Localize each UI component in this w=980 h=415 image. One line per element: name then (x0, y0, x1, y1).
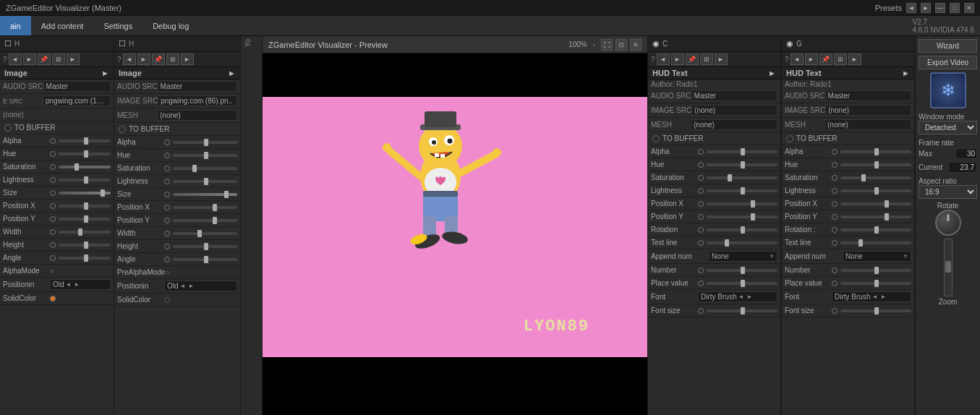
preview-popout-btn[interactable]: ⊡ (615, 39, 627, 51)
second-audio-value[interactable]: Master (158, 81, 237, 92)
hud1-font-prev[interactable]: ◄ (736, 294, 745, 300)
tab-debug-log[interactable]: Debug log (142, 16, 199, 35)
left-saturation-slider[interactable] (59, 166, 111, 168)
snowflake-button[interactable]: ❄ (930, 72, 966, 108)
hud2-rotation-slider[interactable] (840, 228, 911, 231)
left-toolbar-copy[interactable]: ⊞ (52, 54, 65, 65)
left-width-slider[interactable] (59, 231, 111, 234)
second-toolbar-copy[interactable]: ⊞ (166, 54, 179, 65)
second-posy-slider[interactable] (173, 219, 237, 222)
max-value-input[interactable] (955, 148, 977, 159)
wizard-button[interactable]: Wizard (919, 39, 977, 53)
left-positionin-prev[interactable]: ◄ (64, 281, 73, 288)
second-height-slider[interactable] (173, 245, 237, 248)
hud1-section-expand[interactable]: ► (768, 69, 776, 77)
hud2-placevalue-slider[interactable] (840, 282, 911, 285)
second-imgsrc-value[interactable]: pngwing.com (86).pn.. (158, 95, 237, 106)
left-esrc-value[interactable]: pngwing.com (152).p.. (43, 95, 111, 106)
preview-zoom-minus[interactable]: - (593, 40, 595, 48)
hud2-to-buffer[interactable]: TO BUFFER (782, 132, 914, 145)
hud1-expand[interactable]: ► (715, 54, 728, 65)
hud2-number-slider[interactable] (840, 269, 911, 272)
second-positionin-next[interactable]: ► (187, 283, 195, 289)
hud2-imgsrc-value[interactable]: (none) (825, 105, 911, 116)
preview-close-btn[interactable]: ✕ (630, 39, 642, 51)
second-posx-slider[interactable] (173, 206, 237, 209)
hud1-toolbar-prev[interactable]: ◄ (657, 54, 670, 65)
hud2-mesh-value[interactable]: (none) (825, 119, 911, 130)
second-sat-slider[interactable] (173, 167, 237, 170)
left-expand[interactable]: ► (67, 54, 80, 65)
left-to-buffer[interactable]: TO BUFFER (0, 121, 114, 134)
hud1-toolbar-next[interactable]: ► (671, 54, 684, 65)
second-hue-slider[interactable] (173, 154, 237, 157)
hud2-font-dropdown[interactable]: Dirty Brush ◄ ► (832, 291, 911, 302)
second-toolbar-pin[interactable]: 📌 (152, 54, 165, 65)
hud2-alpha-slider[interactable] (840, 150, 911, 153)
hud1-textline-slider[interactable] (707, 241, 777, 244)
hud1-posy-slider[interactable] (707, 215, 777, 218)
window-mode-select[interactable]: Detached (919, 121, 977, 134)
hud2-font-next[interactable]: ► (879, 294, 887, 300)
left-height-slider[interactable] (59, 244, 111, 247)
hud1-font-dropdown[interactable]: Dirty Brush ◄ ► (698, 291, 777, 302)
hud1-toolbar-copy[interactable]: ⊞ (700, 54, 713, 65)
export-video-button[interactable]: Export Video (919, 56, 977, 69)
second-width-slider[interactable] (173, 232, 237, 235)
left-toolbar-pin[interactable]: 📌 (38, 54, 51, 65)
hud1-imgsrc-value[interactable]: (none) (691, 105, 777, 116)
hud1-hue-slider[interactable] (707, 163, 777, 166)
hud2-hue-slider[interactable] (840, 163, 911, 166)
hud1-font-next[interactable]: ► (745, 294, 754, 300)
hud1-appendnum-dropdown[interactable]: None ▼ (709, 251, 777, 262)
rotate-knob[interactable] (935, 210, 961, 236)
hud1-number-slider[interactable] (707, 269, 777, 272)
hud2-toolbar-pin[interactable]: 📌 (819, 54, 832, 65)
hud2-fontsize-slider[interactable] (840, 309, 911, 312)
hud1-lightness-slider[interactable] (707, 189, 777, 192)
hud2-textline-slider[interactable] (840, 241, 911, 244)
second-toolbar-q[interactable]: ? (117, 56, 122, 64)
second-angle-slider[interactable] (173, 258, 237, 261)
zoom-slider[interactable] (944, 239, 953, 296)
hud1-posx-slider[interactable] (707, 202, 777, 205)
left-hue-slider[interactable] (59, 153, 111, 155)
hud1-placevalue-slider[interactable] (707, 282, 777, 285)
hud2-sat-slider[interactable] (840, 176, 911, 179)
hud1-sat-slider[interactable] (707, 176, 777, 179)
left-toolbar-prev[interactable]: ◄ (9, 54, 22, 65)
hud2-toolbar-copy[interactable]: ⊞ (834, 54, 847, 65)
second-section-expand[interactable]: ► (228, 69, 236, 77)
left-section-expand[interactable]: ► (101, 69, 109, 77)
left-audio-value[interactable]: Master (43, 81, 111, 92)
hud2-toolbar-q[interactable]: ? (785, 56, 789, 64)
hud2-audio-value[interactable]: Master (825, 90, 911, 101)
hud2-font-prev[interactable]: ◄ (870, 294, 879, 300)
second-positionin-prev[interactable]: ◄ (179, 283, 187, 289)
left-toolbar-next[interactable]: ► (23, 54, 36, 65)
hud1-audio-value[interactable]: Master (691, 90, 777, 101)
aspect-ratio-select[interactable]: 16:9 (919, 185, 977, 199)
left-size-slider[interactable] (59, 192, 111, 194)
second-toolbar-prev[interactable]: ◄ (123, 54, 136, 65)
left-posy-slider[interactable] (59, 218, 111, 221)
hud1-rotation-slider[interactable] (707, 228, 777, 231)
tab-settings[interactable]: Settings (93, 16, 142, 35)
hud1-to-buffer[interactable]: TO BUFFER (648, 132, 780, 145)
second-size-slider[interactable] (173, 193, 237, 196)
hud1-toolbar-q[interactable]: ? (651, 56, 655, 64)
close-btn[interactable]: ✕ (964, 3, 974, 13)
hud2-toolbar-prev[interactable]: ◄ (791, 54, 804, 65)
left-toolbar-q[interactable]: ? (3, 56, 7, 64)
preview-fullscreen-btn[interactable]: ⛶ (601, 39, 613, 51)
second-mesh-value[interactable]: (none) (157, 110, 237, 121)
hud1-toolbar-pin[interactable]: 📌 (686, 54, 699, 65)
hud2-toolbar-next[interactable]: ► (805, 54, 818, 65)
hud1-fontsize-slider[interactable] (707, 309, 777, 312)
hud2-posy-slider[interactable] (840, 215, 911, 218)
second-positionin-dropdown[interactable]: Old ◄ ► (164, 281, 237, 291)
hud1-alpha-slider[interactable] (707, 150, 777, 153)
second-toolbar-next[interactable]: ► (137, 54, 150, 65)
second-expand[interactable]: ► (181, 54, 194, 65)
left-alpha-slider[interactable] (59, 140, 111, 142)
